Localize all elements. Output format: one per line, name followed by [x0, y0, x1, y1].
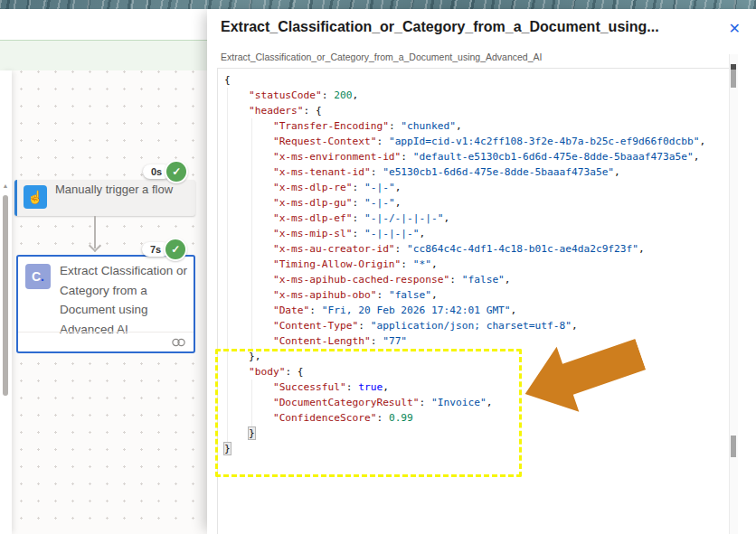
code-line: "x-ms-dlp-ef": "-|-/-|-|-|-", — [224, 211, 705, 226]
action-node-label: Extract Classification or Category from … — [60, 261, 194, 339]
trigger-duration-badge[interactable]: 0s ✓ — [143, 160, 188, 183]
panel-scrollbar-track[interactable] — [729, 54, 738, 534]
code-line: "DocumentCategoryResult": "Invoice", — [224, 395, 705, 410]
code-line: "Request-Context": "appId=cid-v1:4c2ff10… — [224, 134, 705, 149]
action-duration-badge[interactable]: 7s ✓ — [142, 238, 187, 261]
panel-scrollbar-thumb-top[interactable] — [731, 64, 736, 88]
code-line: "Date": "Fri, 20 Feb 2026 17:42:01 GMT", — [224, 303, 705, 318]
json-output-editor[interactable]: { "statusCode": 200, "headers": { "Trans… — [217, 68, 732, 534]
code-line: "x-ms-apihub-obo": "false", — [224, 287, 705, 303]
panel-scrollbar-thumb-bottom[interactable] — [731, 436, 736, 457]
scroll-up-arrow-icon[interactable]: ▲ — [1, 183, 10, 189]
code-line: { — [224, 72, 705, 88]
teal-circuit-banner — [0, 0, 756, 9]
trigger-success-check-icon: ✓ — [165, 160, 188, 183]
code-line: "body": { — [224, 364, 705, 379]
action-node-extract-classification[interactable]: C. Extract Classification or Category fr… — [16, 255, 195, 353]
panel-title: Extract_Classification_or_Category_from_… — [221, 19, 659, 35]
manual-trigger-icon: ☝ — [24, 185, 47, 209]
code-line: "Content-Length": "77" — [224, 333, 705, 349]
connection-link-icon — [171, 337, 186, 348]
code-line: } — [224, 441, 705, 456]
code-line: "Transfer-Encoding": "chunked", — [224, 118, 705, 134]
code-line: }, — [224, 349, 705, 364]
app-window: ▲ ☝ Manually trigger a flow 0s ✓ C. Extr… — [0, 0, 756, 534]
code-line: "x-ms-tenant-id": "e5130cb1-6d6d-475e-8d… — [224, 164, 705, 180]
flow-canvas-region: ▲ ☝ Manually trigger a flow 0s ✓ C. Extr… — [0, 9, 207, 534]
code-line: "Content-Type": "application/json; chars… — [224, 318, 705, 333]
action-success-check-icon: ✓ — [164, 238, 187, 261]
code-line: "statusCode": 200, — [224, 88, 705, 103]
code-line: "x-ms-dlp-re": "-|-", — [224, 180, 705, 195]
connector-c-icon: C. — [25, 264, 51, 289]
action-node-footer — [18, 332, 194, 351]
code-lines: { "statusCode": 200, "headers": { "Trans… — [224, 72, 705, 456]
code-line: "x-ms-mip-sl": "-|-|-|-", — [224, 226, 705, 241]
code-line: "Successful": true, — [224, 379, 705, 395]
code-line: "x-ms-apihub-cached-response": "false", — [224, 272, 705, 287]
run-success-band — [0, 40, 207, 71]
close-icon[interactable]: ✕ — [729, 20, 741, 37]
run-details-panel: Extract_Classification_or_Category_from_… — [207, 9, 756, 534]
trigger-node-manually-trigger-a-flow[interactable]: ☝ Manually trigger a flow — [14, 180, 195, 216]
code-line: } — [224, 426, 705, 441]
code-line: "x-ms-dlp-gu": "-|-", — [224, 195, 705, 211]
canvas-vertical-scrollbar[interactable] — [3, 195, 8, 396]
code-line: "ConfidenceScore": 0.99 — [224, 410, 705, 426]
code-line: "Timing-Allow-Origin": "*", — [224, 257, 705, 272]
code-line: "x-ms-au-creator-id": "cc864c4c-4df1-4c1… — [224, 241, 705, 257]
code-line: "x-ms-environment-id": "default-e5130cb1… — [224, 149, 705, 164]
code-line: "headers": { — [224, 103, 705, 118]
panel-subtitle: Extract_Classification_or_Category_from_… — [221, 52, 542, 62]
